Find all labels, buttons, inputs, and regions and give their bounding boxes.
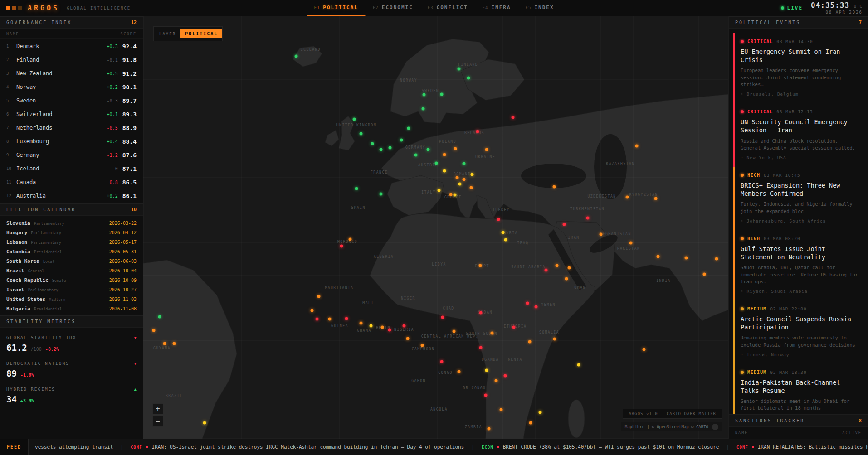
event-marker-icon[interactable] bbox=[703, 273, 706, 276]
event-marker-icon[interactable] bbox=[586, 217, 590, 220]
event-marker-icon[interactable] bbox=[479, 311, 483, 315]
event-marker-icon[interactable] bbox=[403, 324, 406, 328]
table-row[interactable]: 11Canada-0.886.5 bbox=[0, 175, 143, 189]
event-marker-icon[interactable] bbox=[423, 93, 426, 97]
event-marker-icon[interactable] bbox=[400, 139, 403, 142]
ticker-item[interactable]: ECONBRENT CRUDE +38% at $105.40/bbl — WT… bbox=[482, 444, 719, 450]
event-marker-icon[interactable] bbox=[643, 348, 646, 351]
event-card[interactable]: CRITICAL03 MAR 12:15UN Security Council … bbox=[733, 103, 863, 167]
event-marker-icon[interactable] bbox=[406, 337, 410, 340]
event-marker-icon[interactable] bbox=[456, 176, 459, 179]
event-marker-icon[interactable] bbox=[504, 238, 507, 242]
zoom-out-button[interactable]: − bbox=[152, 416, 163, 427]
event-marker-icon[interactable] bbox=[539, 411, 542, 414]
event-marker-icon[interactable] bbox=[173, 342, 176, 345]
event-card[interactable]: CRITICAL03 MAR 14:30EU Emergency Summit … bbox=[733, 33, 863, 103]
event-marker-icon[interactable] bbox=[441, 316, 444, 319]
event-marker-icon[interactable] bbox=[512, 116, 515, 119]
event-marker-icon[interactable] bbox=[485, 148, 488, 151]
list-item[interactable]: SloveniaParliamentary2026-03-22 bbox=[0, 218, 143, 228]
event-marker-icon[interactable] bbox=[654, 197, 658, 200]
event-marker-icon[interactable] bbox=[563, 223, 566, 226]
table-row[interactable]: 3New Zealand+0.591.2 bbox=[0, 67, 143, 80]
event-marker-icon[interactable] bbox=[568, 266, 571, 270]
event-marker-icon[interactable] bbox=[556, 264, 559, 267]
event-marker-icon[interactable] bbox=[488, 427, 491, 431]
event-card[interactable]: HIGH03 MAR 10:45BRICS+ Expansion: Three … bbox=[733, 167, 863, 230]
list-item[interactable]: BulgariaPresidential2026-11-08 bbox=[0, 304, 143, 314]
event-marker-icon[interactable] bbox=[435, 162, 438, 165]
ticker-item[interactable]: CONFIRAN RETALIATES: Ballistic missiles … bbox=[736, 444, 868, 450]
list-item[interactable]: BrazilGeneral2026-10-04 bbox=[0, 266, 143, 276]
event-marker-icon[interactable] bbox=[685, 257, 688, 260]
event-marker-icon[interactable] bbox=[600, 233, 603, 236]
ticker-item[interactable]: CONFIRAN: US-Israel joint strike destroy… bbox=[131, 444, 464, 450]
event-marker-icon[interactable] bbox=[388, 329, 391, 332]
event-marker-icon[interactable] bbox=[470, 186, 473, 189]
table-row[interactable]: 7Netherlands-0.588.9 bbox=[0, 121, 143, 135]
event-marker-icon[interactable] bbox=[381, 326, 384, 329]
event-marker-icon[interactable] bbox=[371, 142, 374, 145]
event-marker-icon[interactable] bbox=[360, 132, 363, 136]
event-marker-icon[interactable] bbox=[340, 245, 343, 248]
event-marker-icon[interactable] bbox=[495, 379, 498, 382]
layer-value[interactable]: POLITICAL bbox=[180, 29, 222, 38]
event-marker-icon[interactable] bbox=[370, 324, 373, 328]
event-marker-icon[interactable] bbox=[484, 394, 488, 397]
event-marker-icon[interactable] bbox=[504, 374, 507, 378]
ticker-item[interactable]: vessels attempting transit bbox=[35, 444, 113, 450]
attribution-toggle-icon[interactable] bbox=[712, 424, 718, 430]
event-marker-icon[interactable] bbox=[476, 130, 479, 133]
table-row[interactable]: 9Germany-1.287.6 bbox=[0, 148, 143, 162]
event-marker-icon[interactable] bbox=[553, 185, 556, 189]
event-marker-icon[interactable] bbox=[535, 305, 538, 309]
event-marker-icon[interactable] bbox=[553, 338, 556, 341]
event-marker-icon[interactable] bbox=[458, 68, 461, 71]
world-map-panel[interactable]: ICELANDNORWAYSWEDENFINLANDUNITED KINGDOM… bbox=[143, 16, 728, 439]
event-marker-icon[interactable] bbox=[463, 162, 466, 165]
event-marker-icon[interactable] bbox=[502, 231, 505, 234]
event-card[interactable]: MEDIUM02 MAR 22:00Arctic Council Suspend… bbox=[733, 300, 863, 364]
event-marker-icon[interactable] bbox=[453, 330, 456, 333]
event-marker-icon[interactable] bbox=[438, 189, 441, 192]
event-marker-icon[interactable] bbox=[422, 107, 425, 111]
event-marker-icon[interactable] bbox=[440, 93, 444, 96]
event-marker-icon[interactable] bbox=[158, 315, 161, 319]
event-marker-icon[interactable] bbox=[454, 147, 457, 150]
tab-index[interactable]: F5INDEX bbox=[518, 0, 561, 16]
event-marker-icon[interactable] bbox=[317, 295, 321, 298]
event-marker-icon[interactable] bbox=[479, 264, 482, 267]
event-marker-icon[interactable] bbox=[635, 145, 639, 148]
event-marker-icon[interactable] bbox=[626, 196, 629, 199]
event-marker-icon[interactable] bbox=[500, 408, 503, 411]
event-marker-icon[interactable] bbox=[463, 178, 466, 181]
tab-political[interactable]: F1POLITICAL bbox=[307, 0, 365, 16]
event-marker-icon[interactable] bbox=[328, 318, 332, 321]
event-marker-icon[interactable] bbox=[512, 326, 516, 329]
zoom-in-button[interactable]: + bbox=[152, 403, 163, 414]
table-row[interactable]: 2Finland-0.191.8 bbox=[0, 53, 143, 67]
table-row[interactable]: 6Switzerland+0.189.3 bbox=[0, 107, 143, 121]
list-item[interactable]: LebanonParliamentary2026-05-17 bbox=[0, 237, 143, 247]
event-marker-icon[interactable] bbox=[479, 346, 483, 349]
event-marker-icon[interactable] bbox=[349, 238, 352, 241]
event-marker-icon[interactable] bbox=[316, 318, 319, 321]
event-marker-icon[interactable] bbox=[491, 332, 494, 335]
event-marker-icon[interactable] bbox=[467, 77, 470, 80]
event-card[interactable]: HIGH03 MAR 08:20Gulf States Issue Joint … bbox=[733, 230, 863, 300]
event-marker-icon[interactable] bbox=[295, 55, 298, 58]
event-marker-icon[interactable] bbox=[440, 360, 444, 363]
event-marker-icon[interactable] bbox=[311, 309, 314, 312]
event-marker-icon[interactable] bbox=[407, 127, 410, 130]
event-marker-icon[interactable] bbox=[427, 148, 430, 151]
tab-conflict[interactable]: F3CONFLICT bbox=[420, 0, 475, 16]
table-row[interactable]: 10Iceland087.1 bbox=[0, 162, 143, 175]
list-item[interactable]: South KoreaLocal2026-06-03 bbox=[0, 257, 143, 266]
event-marker-icon[interactable] bbox=[163, 342, 166, 345]
event-marker-icon[interactable] bbox=[345, 317, 348, 320]
event-marker-icon[interactable] bbox=[203, 421, 206, 425]
event-marker-icon[interactable] bbox=[471, 173, 474, 176]
list-item[interactable]: United StatesMidterm2026-11-03 bbox=[0, 295, 143, 304]
event-marker-icon[interactable] bbox=[485, 369, 488, 372]
layer-badge[interactable]: LAYER POLITICAL bbox=[153, 26, 223, 41]
